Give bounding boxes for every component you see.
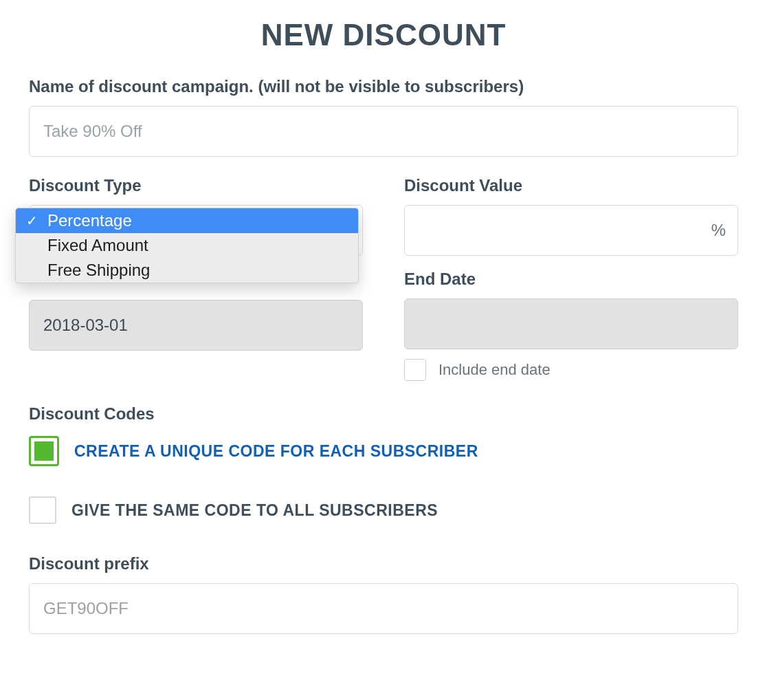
discount-prefix-field: Discount prefix: [29, 554, 738, 634]
discount-prefix-label: Discount prefix: [29, 554, 738, 573]
same-code-option[interactable]: GIVE THE SAME CODE TO ALL SUBSCRIBERS: [29, 496, 738, 524]
page-title: NEW DISCOUNT: [29, 18, 738, 52]
start-date-field: [29, 300, 363, 381]
unique-code-label: CREATE A UNIQUE CODE FOR EACH SUBSCRIBER: [74, 442, 478, 461]
unique-code-checkbox[interactable]: [29, 436, 59, 466]
option-label: Percentage: [47, 211, 132, 230]
discount-codes-section: Discount Codes CREATE A UNIQUE CODE FOR …: [29, 404, 738, 524]
new-discount-form: NEW DISCOUNT Name of discount campaign. …: [0, 0, 767, 681]
end-date-field: End Date Include end date: [404, 300, 738, 381]
include-end-date-checkbox[interactable]: [404, 359, 426, 381]
campaign-name-field: Name of discount campaign. (will not be …: [29, 77, 738, 157]
campaign-name-input[interactable]: [29, 106, 738, 157]
discount-value-label: Discount Value: [404, 176, 738, 195]
end-date-input[interactable]: [404, 298, 738, 349]
discount-type-option-percentage[interactable]: ✓ Percentage: [16, 208, 358, 233]
discount-value-input[interactable]: [404, 205, 738, 256]
option-label: Fixed Amount: [47, 236, 148, 255]
discount-type-option-free-shipping[interactable]: ✓ Free Shipping: [16, 258, 358, 283]
start-date-input[interactable]: [29, 300, 363, 351]
option-label: Free Shipping: [47, 261, 150, 280]
discount-type-field: Discount Type ✓ Percentage ✓ Fixed Amoun…: [29, 176, 363, 256]
include-end-date-label: Include end date: [438, 361, 551, 379]
discount-value-field: Discount Value %: [404, 176, 738, 256]
include-end-date-row: Include end date: [404, 359, 738, 381]
date-row: End Date Include end date: [29, 300, 738, 381]
discount-type-dropdown: ✓ Percentage ✓ Fixed Amount ✓ Free Shipp…: [15, 208, 359, 283]
end-date-label: End Date: [404, 270, 738, 289]
discount-prefix-input[interactable]: [29, 583, 738, 634]
unique-code-option[interactable]: CREATE A UNIQUE CODE FOR EACH SUBSCRIBER: [29, 436, 738, 466]
same-code-label: GIVE THE SAME CODE TO ALL SUBSCRIBERS: [71, 501, 438, 520]
type-value-row: Discount Type ✓ Percentage ✓ Fixed Amoun…: [29, 176, 738, 256]
same-code-checkbox[interactable]: [29, 496, 56, 524]
discount-type-label: Discount Type: [29, 176, 363, 195]
discount-type-option-fixed-amount[interactable]: ✓ Fixed Amount: [16, 233, 358, 258]
check-icon: ✓: [24, 212, 39, 229]
campaign-name-label: Name of discount campaign. (will not be …: [29, 77, 738, 96]
discount-codes-label: Discount Codes: [29, 404, 738, 424]
